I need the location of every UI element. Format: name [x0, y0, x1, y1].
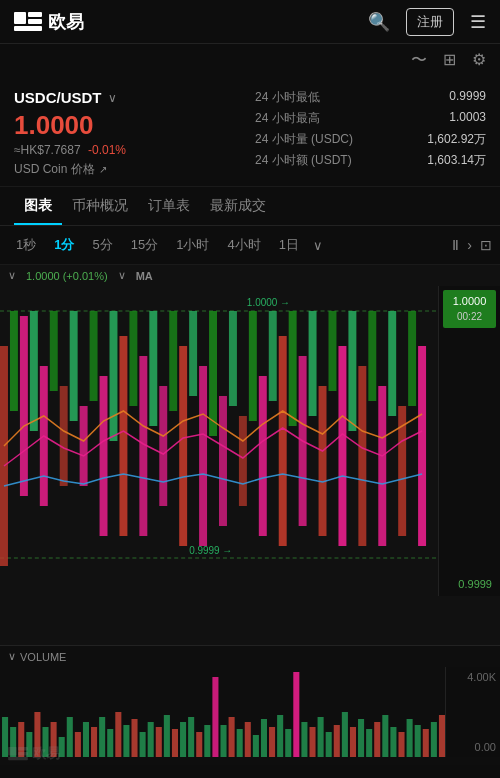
- svg-rect-43: [309, 311, 317, 416]
- price-hk: ≈HK$7.7687 -0.01%: [14, 143, 245, 157]
- pulse-icon[interactable]: 〜: [411, 50, 427, 71]
- svg-rect-41: [269, 311, 277, 401]
- svg-rect-2: [28, 19, 42, 24]
- svg-rect-27: [418, 346, 426, 546]
- svg-rect-85: [277, 715, 283, 757]
- settings-icon[interactable]: ⚙: [472, 50, 486, 71]
- svg-rect-90: [318, 717, 324, 757]
- stat-label-high: 24 小时最高: [255, 110, 320, 127]
- svg-rect-29: [30, 311, 38, 431]
- svg-rect-6: [0, 346, 8, 566]
- svg-rect-72: [172, 729, 178, 757]
- svg-rect-99: [390, 727, 396, 757]
- coin-link[interactable]: USD Coin 价格 ↗: [14, 161, 245, 178]
- svg-rect-48: [408, 311, 416, 406]
- stat-row-low: 24 小时最低 0.9999: [255, 89, 486, 106]
- main-chart-svg: 1.0000 → 0.9999 →: [0, 286, 438, 596]
- svg-rect-67: [131, 719, 137, 757]
- svg-rect-78: [220, 725, 226, 757]
- interval-4h[interactable]: 4小时: [219, 232, 268, 258]
- svg-rect-14: [159, 386, 167, 506]
- collapse-icon[interactable]: ∨: [8, 269, 16, 282]
- svg-rect-88: [301, 722, 307, 757]
- svg-rect-16: [199, 366, 207, 546]
- price-stats: 24 小时最低 0.9999 24 小时最高 1.0003 24 小时量 (US…: [245, 89, 486, 178]
- svg-rect-24: [358, 366, 366, 546]
- svg-rect-20: [279, 336, 287, 546]
- svg-rect-32: [90, 311, 98, 401]
- stat-value-vol-usdt: 1,603.14万: [427, 152, 486, 169]
- svg-rect-25: [378, 386, 386, 546]
- tab-chart[interactable]: 图表: [14, 187, 62, 225]
- svg-rect-101: [407, 719, 413, 757]
- tab-coin-overview[interactable]: 币种概况: [62, 187, 138, 225]
- svg-rect-31: [70, 311, 78, 421]
- svg-rect-83: [261, 719, 267, 757]
- interval-1h[interactable]: 1小时: [168, 232, 217, 258]
- svg-rect-10: [80, 406, 88, 486]
- interval-5m[interactable]: 5分: [84, 232, 120, 258]
- stat-row-high: 24 小时最高 1.0003: [255, 110, 486, 127]
- pair-dropdown-icon[interactable]: ∨: [108, 91, 117, 105]
- pair-name: USDC/USDT: [14, 89, 102, 106]
- toolbar-row: 〜 ⊞ ⚙: [0, 44, 500, 77]
- menu-icon[interactable]: ☰: [470, 11, 486, 33]
- register-button[interactable]: 注册: [406, 8, 454, 36]
- logo-area: 欧易: [14, 10, 84, 34]
- svg-rect-17: [219, 396, 227, 526]
- interval-row: 1秒 1分 5分 15分 1小时 4小时 1日 ∨ Ⅱ › ⊡: [0, 226, 500, 265]
- svg-rect-65: [115, 712, 121, 757]
- price-main: 1.0000: [14, 110, 245, 141]
- grid-icon[interactable]: ⊞: [443, 50, 456, 71]
- volume-collapse-icon[interactable]: ∨: [8, 650, 16, 663]
- tab-order-book[interactable]: 订单表: [138, 187, 200, 225]
- chart-container: ∨ 1.0000 (+0.01%) ∨ MA: [0, 265, 500, 645]
- candle-type-icon[interactable]: Ⅱ: [452, 237, 459, 253]
- svg-rect-96: [366, 729, 372, 757]
- svg-rect-108: [18, 752, 28, 756]
- watermark-logo-icon: [8, 747, 28, 761]
- svg-rect-73: [180, 722, 186, 757]
- svg-rect-106: [8, 747, 16, 755]
- svg-rect-76: [204, 725, 210, 757]
- svg-rect-77: [212, 677, 218, 757]
- svg-rect-81: [245, 722, 251, 757]
- stat-label-vol-usdt: 24 小时额 (USDT): [255, 152, 352, 169]
- interval-1d[interactable]: 1日: [271, 232, 307, 258]
- svg-rect-15: [179, 346, 187, 546]
- volume-axis-high: 4.00K: [450, 671, 496, 683]
- tabs-section: 图表 币种概况 订单表 最新成交: [0, 187, 500, 226]
- svg-rect-47: [388, 311, 396, 416]
- fullscreen-icon[interactable]: ⊡: [480, 237, 492, 253]
- price-box-green: 1.0000 00:22: [443, 290, 496, 327]
- interval-more-icon[interactable]: ∨: [309, 234, 327, 257]
- svg-rect-28: [10, 311, 18, 411]
- interval-1m[interactable]: 1分: [46, 232, 82, 258]
- expand-icon[interactable]: ›: [467, 237, 472, 253]
- hk-price-value: ≈HK$7.7687: [14, 143, 81, 157]
- stat-value-vol-usdc: 1,602.92万: [427, 131, 486, 148]
- interval-1s[interactable]: 1秒: [8, 232, 44, 258]
- svg-rect-35: [149, 311, 157, 426]
- search-icon[interactable]: 🔍: [368, 11, 390, 33]
- svg-rect-23: [338, 346, 346, 546]
- svg-rect-60: [75, 732, 81, 757]
- svg-rect-40: [249, 311, 257, 421]
- price-box-value: 1.0000: [449, 294, 490, 309]
- volume-label: VOLUME: [20, 651, 66, 663]
- svg-rect-107: [18, 747, 28, 751]
- interval-15m[interactable]: 15分: [123, 232, 166, 258]
- svg-rect-63: [99, 717, 105, 757]
- price-section: USDC/USDT ∨ 1.0000 ≈HK$7.7687 -0.01% USD…: [0, 77, 500, 187]
- interval-icons: Ⅱ › ⊡: [452, 237, 492, 253]
- svg-rect-75: [196, 732, 202, 757]
- watermark: 欧易: [8, 745, 60, 763]
- svg-rect-98: [382, 715, 388, 757]
- axis-low-label: 0.9999: [443, 576, 496, 592]
- tab-recent-trades[interactable]: 最新成交: [200, 187, 276, 225]
- svg-rect-18: [239, 416, 247, 506]
- collapse-ma-icon[interactable]: ∨: [118, 269, 126, 282]
- stat-row-vol-usdt: 24 小时额 (USDT) 1,603.14万: [255, 152, 486, 169]
- svg-rect-94: [350, 727, 356, 757]
- svg-rect-93: [342, 712, 348, 757]
